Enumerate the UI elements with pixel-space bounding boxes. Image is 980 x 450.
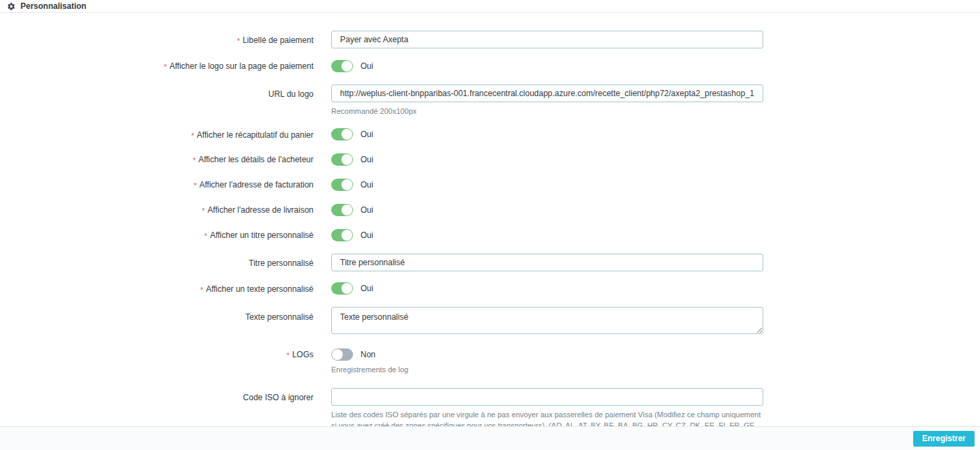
field-label-titre-personnalise: Titre personnalisé: [0, 254, 313, 268]
field-label-logs: *LOGs: [0, 348, 313, 359]
libelle-de-paiement-input[interactable]: [331, 31, 763, 48]
field-label-code-iso-a-ignorer: Code ISO à ignorer: [0, 388, 313, 402]
toggle-knob: [341, 129, 352, 140]
toggle-knob: [341, 205, 352, 215]
field-label-afficher-adresse-facturation: *Afficher l'adresse de facturation: [0, 178, 313, 190]
toggle-knob: [341, 230, 352, 241]
field-label-libelle-de-paiement: *Libellé de paiement: [0, 31, 313, 45]
field-control-logs: NonEnregistrements de log: [331, 348, 763, 376]
url-du-logo-hint: Recommandé 200x100px: [331, 106, 763, 117]
afficher-adresse-facturation-toggle[interactable]: [331, 179, 353, 191]
field-control-texte-personnalise: [331, 307, 763, 337]
toggle-knob: [341, 61, 352, 72]
logs-hint: Enregistrements de log: [331, 365, 763, 376]
texte-personnalise-textarea[interactable]: [331, 307, 763, 334]
field-control-titre-personnalise: [331, 254, 763, 271]
afficher-titre-personnalise-toggle[interactable]: [331, 229, 353, 241]
afficher-texte-personnalise-toggle[interactable]: [331, 282, 353, 295]
form-row-texte-personnalise: Texte personnalisé: [0, 307, 980, 337]
field-label-afficher-recapitulatif-panier: *Afficher le récapitulatif du panier: [0, 128, 313, 140]
field-label-afficher-logo-page-paiement: *Afficher le logo sur la page de paiemen…: [0, 59, 313, 71]
form-row-url-du-logo: URL du logoRecommandé 200x100px: [0, 85, 980, 117]
field-control-url-du-logo: Recommandé 200x100px: [331, 85, 763, 117]
form-row-afficher-details-acheteur: *Afficher les détails de l'acheteurOui: [0, 153, 980, 166]
field-control-afficher-titre-personnalise: Oui: [331, 228, 373, 241]
footer-bar: Enregistrer: [0, 426, 980, 450]
afficher-adresse-facturation-state-label: Oui: [361, 180, 373, 190]
field-label-afficher-titre-personnalise: *Afficher un titre personnalisé: [0, 228, 313, 240]
toggle-knob: [341, 154, 352, 165]
afficher-texte-personnalise-state-label: Oui: [361, 284, 373, 293]
field-label-afficher-details-acheteur: *Afficher les détails de l'acheteur: [0, 153, 313, 164]
code-iso-a-ignorer-input[interactable]: [331, 388, 763, 406]
required-asterisk: *: [237, 37, 240, 45]
required-asterisk: *: [200, 286, 203, 294]
logs-state-label: Non: [361, 350, 376, 359]
field-control-afficher-details-acheteur: Oui: [331, 153, 373, 166]
gear-icon: [7, 2, 16, 11]
afficher-adresse-livraison-state-label: Oui: [361, 205, 373, 215]
field-control-afficher-adresse-facturation: Oui: [331, 178, 373, 191]
field-control-afficher-logo-page-paiement: Oui: [331, 59, 373, 72]
afficher-adresse-livraison-toggle[interactable]: [331, 204, 353, 216]
form-row-logs: *LOGsNonEnregistrements de log: [0, 348, 980, 376]
required-asterisk: *: [286, 351, 289, 359]
required-asterisk: *: [193, 156, 196, 164]
form-row-afficher-recapitulatif-panier: *Afficher le récapitulatif du panierOui: [0, 128, 980, 141]
field-label-afficher-texte-personnalise: *Afficher un texte personnalisé: [0, 282, 313, 294]
titre-personnalise-input[interactable]: [331, 254, 763, 271]
field-label-texte-personnalise: Texte personnalisé: [0, 307, 313, 322]
form-rows: *Libellé de paiement*Afficher le logo su…: [0, 31, 980, 450]
form-row-titre-personnalise: Titre personnalisé: [0, 254, 980, 271]
required-asterisk: *: [202, 207, 204, 215]
afficher-titre-personnalise-state-label: Oui: [361, 230, 373, 240]
field-control-afficher-texte-personnalise: Oui: [331, 282, 373, 295]
field-label-afficher-adresse-livraison: *Afficher l'adresse de livraison: [0, 203, 313, 215]
form-row-afficher-titre-personnalise: *Afficher un titre personnaliséOui: [0, 228, 980, 241]
toggle-knob: [341, 179, 352, 190]
afficher-recapitulatif-panier-state-label: Oui: [361, 130, 373, 139]
panel-header: Personnalisation: [0, 0, 980, 13]
required-asterisk: *: [194, 181, 196, 190]
page-title: Personnalisation: [20, 1, 87, 11]
afficher-recapitulatif-panier-toggle[interactable]: [331, 128, 353, 140]
field-control-libelle-de-paiement: [331, 31, 763, 48]
form-row-afficher-adresse-livraison: *Afficher l'adresse de livraisonOui: [0, 203, 980, 216]
form-row-afficher-logo-page-paiement: *Afficher le logo sur la page de paiemen…: [0, 59, 980, 72]
required-asterisk: *: [204, 232, 207, 240]
form-row-libelle-de-paiement: *Libellé de paiement: [0, 31, 980, 48]
settings-form: *Libellé de paiement*Afficher le logo su…: [0, 13, 980, 450]
toggle-knob: [332, 349, 343, 360]
form-row-afficher-adresse-facturation: *Afficher l'adresse de facturationOui: [0, 178, 980, 191]
field-control-afficher-recapitulatif-panier: Oui: [331, 128, 373, 141]
url-du-logo-input[interactable]: [331, 85, 763, 102]
afficher-details-acheteur-toggle[interactable]: [331, 153, 353, 166]
toggle-knob: [341, 283, 352, 294]
field-control-afficher-adresse-livraison: Oui: [331, 203, 373, 216]
required-asterisk: *: [192, 132, 194, 140]
save-button[interactable]: Enregistrer: [913, 431, 975, 447]
logs-toggle[interactable]: [331, 348, 353, 361]
field-label-url-du-logo: URL du logo: [0, 85, 313, 99]
afficher-logo-page-paiement-toggle[interactable]: [331, 60, 353, 72]
form-row-afficher-texte-personnalise: *Afficher un texte personnaliséOui: [0, 282, 980, 295]
afficher-details-acheteur-state-label: Oui: [361, 155, 373, 164]
afficher-logo-page-paiement-state-label: Oui: [361, 61, 373, 71]
required-asterisk: *: [164, 63, 166, 71]
